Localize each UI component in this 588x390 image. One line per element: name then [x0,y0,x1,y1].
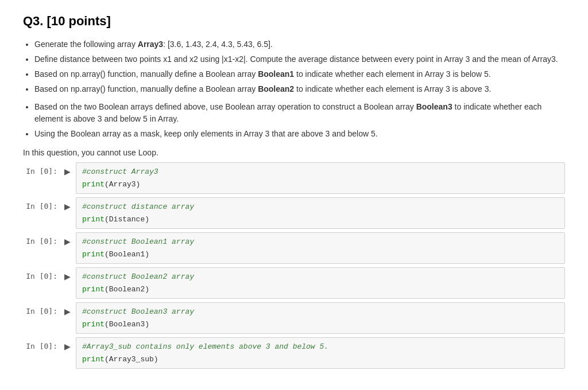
print-kw-1: print [82,180,105,189]
run-button-4[interactable]: ▶ [62,271,72,283]
cell-6-comment: #Array3_sub contains only elements above… [82,341,559,353]
cell-label-6: In [0]: [23,337,62,352]
cell-3-comment: #construct Boolean1 array [82,236,559,248]
instruction-4: Based on np.array() function, manually d… [34,83,565,95]
code-cell-4[interactable]: #construct Boolean2 array print(Boolean2… [76,267,565,299]
code-cell-6[interactable]: #Array3_sub contains only elements above… [76,337,565,369]
cell-label-1: In [0]: [23,162,62,177]
cell-label-2: In [0]: [23,197,62,212]
run-button-2[interactable]: ▶ [62,201,72,213]
run-button-3[interactable]: ▶ [62,236,72,248]
cell-4-comment: #construct Boolean2 array [82,271,559,283]
cell-label-4: In [0]: [23,267,62,282]
code-cell-5[interactable]: #construct Boolean3 array print(Boolean3… [76,302,565,334]
print-kw-2: print [82,215,105,224]
print-kw-4: print [82,285,105,294]
cell-2-code: print(Distance) [82,214,559,225]
cell-label-3: In [0]: [23,232,62,247]
instructions-list: Generate the following array Array3: [3.… [23,38,565,140]
cell-5: In [0]: ▶ #construct Boolean3 array prin… [23,302,565,334]
run-button-5[interactable]: ▶ [62,306,72,318]
cell-1: In [0]: ▶ #construct Array3 print(Array3… [23,162,565,194]
cell-4: In [0]: ▶ #construct Boolean2 array prin… [23,267,565,299]
cell-6: In [0]: ▶ #Array3_sub contains only elem… [23,337,565,369]
instruction-2: Define distance between two points x1 an… [34,53,565,65]
instruction-3: Based on np.array() function, manually d… [34,68,565,80]
cell-1-code: print(Array3) [82,179,559,190]
print-kw-3: print [82,250,105,259]
note-text: In this question, you cannot use Loop. [23,147,565,159]
code-cell-2[interactable]: #construct distance array print(Distance… [76,197,565,229]
cell-label-5: In [0]: [23,302,62,317]
print-kw-6: print [82,355,105,364]
instruction-1: Generate the following array Array3: [3.… [34,38,565,50]
cell-6-code: print(Array3_sub) [82,354,559,365]
cell-5-comment: #construct Boolean3 array [82,306,559,318]
page-container: Q3. [10 points] Generate the following a… [0,0,588,389]
code-cell-3[interactable]: #construct Boolean1 array print(Boolean1… [76,232,565,264]
instruction-5: Based on the two Boolean arrays defined … [34,101,565,125]
cell-1-comment: #construct Array3 [82,166,559,178]
cell-5-code: print(Boolean3) [82,319,559,330]
code-cell-1[interactable]: #construct Array3 print(Array3) [76,162,565,194]
cell-3-code: print(Boolean1) [82,249,559,260]
print-kw-5: print [82,320,105,329]
run-button-6[interactable]: ▶ [62,341,72,353]
cell-3: In [0]: ▶ #construct Boolean1 array prin… [23,232,565,264]
cell-2: In [0]: ▶ #construct distance array prin… [23,197,565,229]
cell-4-code: print(Boolean2) [82,284,559,295]
run-button-1[interactable]: ▶ [62,166,72,178]
instruction-6: Using the Boolean array as a mask, keep … [34,128,565,140]
cell-2-comment: #construct distance array [82,201,559,213]
page-title: Q3. [10 points] [23,11,565,30]
